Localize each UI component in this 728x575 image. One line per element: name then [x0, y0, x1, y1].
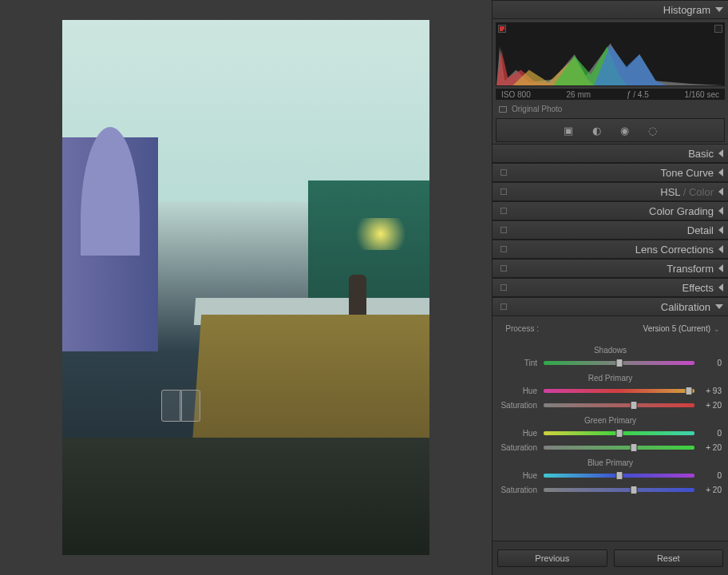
blue-sat-value[interactable]: + 20 [694, 486, 722, 494]
redeye-tool-icon[interactable]: ◉ [620, 125, 629, 137]
slider-label: Saturation [499, 443, 544, 452]
focal-length-value: 26 mm [567, 90, 592, 99]
transform-panel-header[interactable]: Transform [493, 259, 728, 278]
basic-panel-header[interactable]: Basic [493, 144, 728, 163]
disclosure-triangle-icon [718, 264, 723, 272]
original-photo-label: Original Photo [512, 105, 562, 113]
panel-label: Calibration [661, 301, 710, 313]
shadows-tint-slider[interactable] [544, 361, 694, 365]
original-photo-toggle[interactable]: Original Photo [493, 100, 728, 118]
red-sat-value[interactable]: + 20 [694, 401, 722, 410]
panel-switch-icon[interactable] [500, 246, 507, 252]
panel-label: Transform [667, 263, 714, 275]
disclosure-triangle-icon [718, 188, 723, 196]
panel-label: Basic [688, 148, 714, 160]
blue-hue-slider[interactable] [544, 474, 694, 478]
disclosure-triangle-icon [718, 207, 723, 215]
disclosure-triangle-icon [718, 284, 723, 291]
process-label: Process : [500, 324, 545, 333]
blue-hue-value[interactable]: 0 [694, 471, 722, 480]
slider-label: Hue [499, 429, 544, 438]
crop-tool-icon[interactable]: ▣ [564, 125, 573, 137]
panel-label: Tone Curve [661, 167, 714, 179]
blue-sat-slider[interactable] [544, 488, 694, 492]
green-primary-subtitle: Green Primary [499, 416, 722, 425]
slider-label: Saturation [499, 401, 544, 410]
slider-label: Saturation [499, 486, 544, 494]
green-hue-slider[interactable] [544, 431, 694, 435]
histogram-metadata: ISO 800 26 mm ƒ / 4.5 1/160 sec [496, 89, 725, 100]
masking-tool-icon[interactable]: ◌ [648, 125, 657, 137]
slider-label: Tint [499, 359, 544, 367]
photo-preview [62, 20, 429, 555]
aperture-value: ƒ / 4.5 [627, 90, 649, 99]
effects-panel-header[interactable]: Effects [493, 278, 728, 297]
panel-switch-icon[interactable] [500, 208, 507, 214]
disclosure-triangle-icon [715, 7, 723, 12]
panel-switch-icon[interactable] [500, 188, 507, 195]
hsl-color-panel-header[interactable]: HSL / Color [493, 182, 728, 201]
disclosure-triangle-icon [718, 226, 723, 234]
panel-switch-icon[interactable] [500, 303, 507, 310]
red-hue-value[interactable]: + 93 [694, 387, 722, 395]
histogram-display[interactable] [496, 22, 725, 86]
disclosure-triangle-icon [718, 169, 723, 176]
slider-label: Hue [499, 471, 544, 480]
reset-button[interactable]: Reset [614, 549, 724, 567]
slider-label: Hue [499, 387, 544, 395]
disclosure-triangle-icon [715, 304, 723, 309]
disclosure-triangle-icon [718, 245, 723, 253]
green-sat-slider[interactable] [544, 446, 694, 450]
histogram-title: Histogram [663, 4, 710, 16]
panel-label: Detail [687, 224, 714, 236]
panel-switch-icon[interactable] [500, 265, 507, 272]
iso-value: ISO 800 [501, 90, 531, 99]
develop-side-panel: Histogram ISO 800 26 mm ƒ / 4.5 1/160 se… [492, 0, 728, 575]
red-sat-slider[interactable] [544, 403, 694, 407]
red-primary-subtitle: Red Primary [499, 374, 722, 383]
panel-footer: Previous Reset [493, 541, 728, 575]
color-grading-panel-header[interactable]: Color Grading [493, 201, 728, 220]
photo-compare-icon [499, 106, 507, 113]
blue-primary-subtitle: Blue Primary [499, 458, 722, 467]
panel-switch-icon[interactable] [500, 169, 507, 176]
shutter-value: 1/160 sec [685, 90, 719, 99]
disclosure-triangle-icon [718, 149, 723, 157]
green-hue-value[interactable]: 0 [694, 429, 722, 438]
lens-corrections-panel-header[interactable]: Lens Corrections [493, 240, 728, 259]
detail-panel-header[interactable]: Detail [493, 220, 728, 240]
panel-switch-icon[interactable] [500, 284, 507, 291]
histogram-panel-header[interactable]: Histogram [493, 0, 728, 19]
previous-button[interactable]: Previous [497, 549, 607, 567]
calibration-panel-body: Process : Version 5 (Current)⌄ Shadows T… [493, 316, 728, 507]
process-version-dropdown[interactable]: Version 5 (Current)⌄ [545, 324, 720, 333]
spot-removal-tool-icon[interactable]: ◐ [592, 125, 601, 137]
green-sat-value[interactable]: + 20 [694, 443, 722, 452]
panel-label: Effects [682, 282, 714, 294]
red-hue-slider[interactable] [544, 389, 694, 393]
image-preview-area[interactable] [0, 0, 492, 575]
panel-label: Lens Corrections [635, 244, 714, 256]
panel-switch-icon[interactable] [500, 227, 507, 233]
tone-curve-panel-header[interactable]: Tone Curve [493, 163, 728, 182]
shadows-subtitle: Shadows [499, 346, 722, 355]
panel-label: HSL / Color [660, 186, 714, 198]
develop-toolstrip: ▣ ◐ ◉ ◌ [496, 118, 725, 142]
panel-label: Color Grading [649, 205, 714, 217]
shadows-tint-value[interactable]: 0 [694, 359, 722, 367]
calibration-panel-header[interactable]: Calibration [493, 297, 728, 316]
